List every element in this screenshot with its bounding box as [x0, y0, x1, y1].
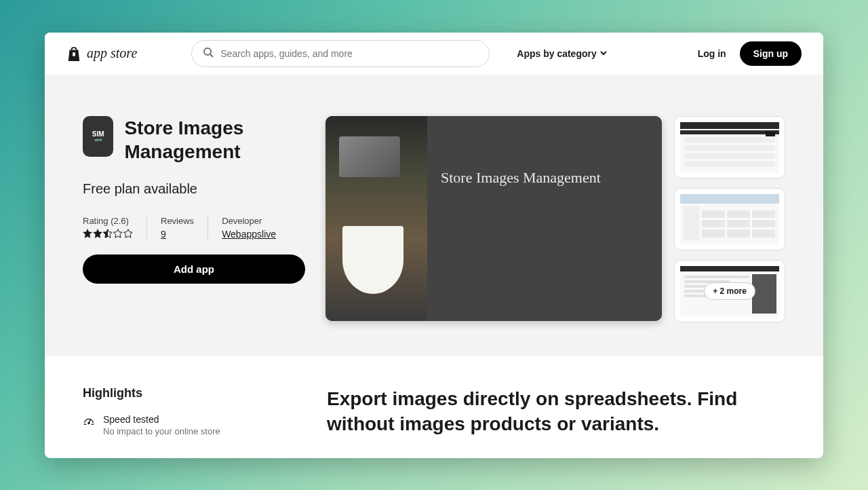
app-icon: SIM writ — [83, 116, 113, 157]
chevron-down-icon — [599, 48, 608, 59]
logo-text: app store — [87, 45, 137, 61]
svg-line-2 — [210, 54, 213, 57]
hero-photo — [326, 116, 427, 321]
rating-block: Rating (2.6) — [83, 216, 146, 240]
svg-point-4 — [88, 422, 90, 423]
search-icon — [203, 47, 214, 60]
thumbnail-3[interactable]: + 2 more — [674, 260, 785, 322]
thumbnail-column: + 2 more — [674, 116, 785, 322]
developer-link[interactable]: Webappslive — [222, 229, 276, 240]
signup-button[interactable]: Sign up — [740, 41, 802, 66]
hero-section: SIM writ Store Images Management Free pl… — [45, 75, 823, 356]
screenshot-gallery: Store Images Management — [326, 116, 785, 322]
app-title: Store Images Management — [124, 116, 307, 164]
add-app-button[interactable]: Add app — [83, 255, 305, 284]
site-logo[interactable]: app store — [66, 45, 137, 62]
hero-caption: Store Images Management — [427, 116, 662, 321]
reviews-count[interactable]: 9 — [161, 229, 194, 240]
reviews-label: Reviews — [161, 216, 194, 226]
category-label: Apps by category — [517, 48, 596, 59]
svg-point-1 — [204, 48, 211, 55]
details-section: Highlights Speed tested No impact to you… — [45, 356, 823, 438]
rating-stars — [83, 229, 133, 238]
pricing-plan: Free plan available — [83, 181, 307, 197]
speedometer-icon — [83, 415, 95, 427]
developer-label: Developer — [222, 216, 276, 226]
developer-block: Developer Webappslive — [208, 216, 290, 240]
reviews-block: Reviews 9 — [146, 216, 208, 240]
thumbnail-2[interactable] — [674, 188, 785, 250]
apps-by-category-link[interactable]: Apps by category — [517, 48, 607, 59]
login-link[interactable]: Log in — [698, 48, 726, 59]
app-listing-page: app store Apps by category Log in Sign u… — [45, 33, 823, 458]
main-screenshot[interactable]: Store Images Management — [326, 116, 662, 321]
shopify-bag-icon — [66, 45, 81, 62]
app-summary: SIM writ Store Images Management Free pl… — [83, 116, 307, 322]
highlight-subtitle: No impact to your online store — [103, 426, 220, 436]
highlights-heading: Highlights — [83, 386, 286, 400]
more-screenshots-badge[interactable]: + 2 more — [704, 282, 755, 300]
description-column: Export images directly on spreadsheets. … — [327, 386, 785, 438]
rating-label: Rating (2.6) — [83, 216, 133, 226]
search-bar[interactable] — [191, 40, 490, 67]
highlights-column: Highlights Speed tested No impact to you… — [83, 386, 286, 438]
search-input[interactable] — [220, 48, 478, 59]
highlight-speed-tested: Speed tested No impact to your online st… — [83, 414, 286, 436]
description-headline: Export images directly on spreadsheets. … — [327, 386, 785, 438]
highlight-title: Speed tested — [103, 414, 220, 425]
svg-rect-0 — [73, 52, 75, 56]
meta-row: Rating (2.6) Reviews 9 Developer Weba — [83, 216, 307, 240]
top-header: app store Apps by category Log in Sign u… — [45, 33, 823, 75]
thumbnail-1[interactable] — [674, 116, 785, 178]
